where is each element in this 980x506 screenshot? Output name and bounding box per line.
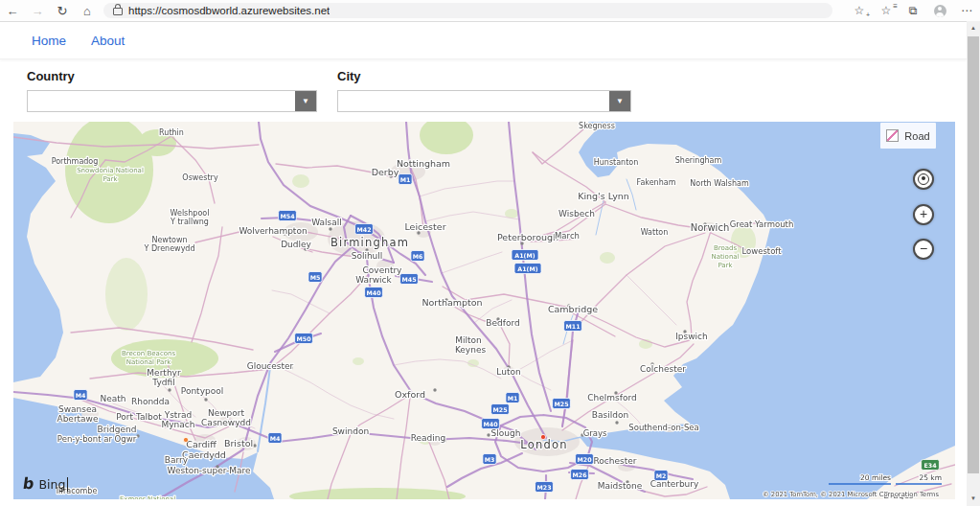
road-shield-label: M1 <box>400 176 411 183</box>
road-shield-label: A1(M) <box>514 252 535 259</box>
city-dropdown-arrow-icon[interactable]: ▼ <box>609 91 630 111</box>
map-label: Chelmsford <box>587 393 636 402</box>
road-shield-label: E34 <box>923 462 937 469</box>
zoom-out-button[interactable]: − <box>913 239 934 260</box>
map-label: Barry <box>165 455 189 465</box>
road-shield-label: M26 <box>572 472 587 478</box>
bing-logo[interactable]: b Bing <box>23 474 68 493</box>
map-label: Y trallwng <box>170 218 209 226</box>
collections-icon[interactable]: ⧉ <box>900 4 926 17</box>
nav-home-link[interactable]: Home <box>32 34 66 48</box>
country-dropdown[interactable]: ▼ <box>27 90 317 112</box>
map-label: Basildon <box>592 410 628 420</box>
town-dot <box>136 434 139 437</box>
map-label: Ystrad <box>164 410 193 420</box>
map-label: Wolverhampton <box>239 226 307 236</box>
map-label: Dudley <box>281 240 311 249</box>
zoom-in-button[interactable]: + <box>913 204 934 225</box>
map-label: Casnewydd <box>201 418 251 427</box>
town-dot <box>329 227 331 230</box>
map-label: Abertawe <box>57 414 99 424</box>
map-label: Milton <box>455 335 482 345</box>
town-dot <box>168 388 171 391</box>
map-label: Newport <box>208 408 245 418</box>
add-favorite-icon[interactable]: ☆ <box>846 4 873 17</box>
lock-icon <box>113 8 123 15</box>
town-dot <box>204 398 207 401</box>
map-label: Cambridge <box>548 304 598 314</box>
scrollbar-thumb[interactable] <box>968 36 979 473</box>
map-label: Ruthin <box>159 128 184 137</box>
map-label: Porthmadog <box>52 157 99 166</box>
map-label: Ipswich <box>675 332 708 341</box>
map-label: Pen-y-bont ar Ogwr <box>57 434 137 444</box>
road-shield-label: M25 <box>554 401 568 407</box>
road-shield-label: M11 <box>565 323 580 330</box>
road-shield-label: M3 <box>485 456 495 463</box>
url-text[interactable]: https://cosmosdbworld.azurewebsites.net <box>128 5 330 16</box>
map-pushpin[interactable] <box>183 437 188 442</box>
map-label: Park <box>718 262 733 269</box>
map-label: Slough <box>491 428 521 438</box>
map-label: National Park <box>126 358 171 366</box>
scroll-up-arrow[interactable]: ▲ <box>967 21 980 35</box>
map-label: Grays <box>583 428 607 438</box>
map-label: Bristol <box>224 438 253 448</box>
country-dropdown-arrow-icon[interactable]: ▼ <box>295 91 316 111</box>
map-label: Y Drenewydd <box>143 244 194 253</box>
map-label: Fakenham <box>637 178 676 187</box>
map-label: Great Yarmouth <box>730 219 794 229</box>
map-label: Caerdydd <box>182 449 226 460</box>
map-label: Luton <box>496 367 520 377</box>
home-icon[interactable]: ⌂ <box>75 4 100 18</box>
map-label: Maidstone <box>598 481 643 491</box>
map-label: Pontypool <box>181 386 223 396</box>
page-scrollbar[interactable]: ▲ ▼ <box>967 21 980 506</box>
map-label: Rhondda <box>131 397 170 406</box>
map-label: Oxford <box>395 389 425 400</box>
bing-map[interactable]: SkegnessRuthinPorthmadogOswestrySnowdoni… <box>13 122 955 499</box>
country-input[interactable] <box>30 92 299 110</box>
map-label: March <box>555 231 580 241</box>
map-label: Exmoor National <box>120 495 175 499</box>
map-label: Lowestoft <box>741 246 782 256</box>
country-label: Country <box>27 69 317 83</box>
refresh-icon[interactable]: ↻ <box>50 4 75 18</box>
map-label: Northampton <box>422 297 482 308</box>
map-label: Park <box>103 175 118 183</box>
road-shield-label: M23 <box>536 484 551 491</box>
road-shield-label: M50 <box>296 335 311 342</box>
forward-icon: → <box>25 4 50 18</box>
bing-wordmark: Bing <box>38 477 68 492</box>
road-shield-label: M42 <box>356 226 371 233</box>
map-label: North Walsham <box>690 179 749 188</box>
scroll-down-arrow[interactable]: ▼ <box>967 492 980 506</box>
road-shield-label: M2 <box>656 472 667 479</box>
city-dropdown[interactable]: ▼ <box>337 90 631 112</box>
map-label: Swindon <box>332 426 369 436</box>
map-label: Welshpool <box>171 209 210 218</box>
locate-me-button[interactable] <box>913 169 934 190</box>
map-copyright: © 2021 TomTom, © 2021 Microsoft Corporat… <box>763 491 940 498</box>
town-dot <box>615 421 618 424</box>
back-icon[interactable]: ← <box>0 4 25 18</box>
map-label: Leicester <box>404 221 445 232</box>
map-label: Southend-on-Sea <box>628 423 698 432</box>
city-input[interactable] <box>340 92 613 110</box>
road-shield-label: M40 <box>366 289 381 296</box>
favorites-icon[interactable]: ☆ <box>873 4 900 17</box>
road-shield-label: A1(M) <box>517 265 537 272</box>
map-label: Solihull <box>352 251 383 261</box>
map-pushpin[interactable] <box>540 434 545 439</box>
town-dot <box>433 388 436 391</box>
address-bar[interactable]: https://cosmosdbworld.azurewebsites.net <box>103 3 832 18</box>
nav-about-link[interactable]: About <box>91 34 125 48</box>
profile-icon[interactable] <box>926 4 953 17</box>
map-label: Swansea <box>58 404 97 414</box>
map-label: Warwick <box>355 275 392 285</box>
menu-ellipsis-icon[interactable]: ⋯ <box>953 4 980 17</box>
map-label: Neath <box>100 394 125 403</box>
avatar <box>934 5 946 17</box>
map-label: London <box>520 438 567 451</box>
map-style-button[interactable]: Road <box>880 123 936 149</box>
